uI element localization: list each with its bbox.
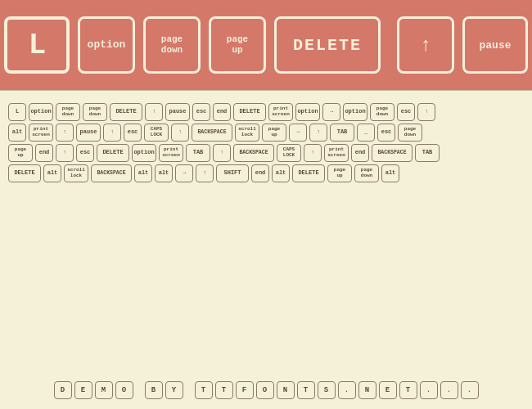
demo-char-O: O xyxy=(115,381,133,399)
key-row-1: L option pagedown pagedown DELETE ↑ paus… xyxy=(8,103,524,121)
key-small: TAB xyxy=(415,144,440,162)
demo-char-N2: N xyxy=(358,381,376,399)
demo-char-dot3: . xyxy=(440,381,458,399)
key-small: printscreen xyxy=(29,124,53,142)
key-small: option xyxy=(29,103,53,121)
key-small: DELETE xyxy=(110,103,142,121)
key-small: ↑ xyxy=(213,144,231,162)
key-small: esc xyxy=(377,124,395,142)
key-small: SHIFT xyxy=(216,164,249,182)
key-small: end xyxy=(251,164,269,182)
demo-char-E: E xyxy=(74,381,92,399)
demo-char-Y: Y xyxy=(165,381,183,399)
demo-char-T2: T xyxy=(215,381,233,399)
key-small: pageup xyxy=(262,124,286,142)
key-small: alt xyxy=(381,164,399,182)
key-pagedown-hero: pagedown xyxy=(143,16,201,74)
key-small: ↑ xyxy=(417,103,435,121)
key-small: BACKSPACE xyxy=(372,144,413,162)
key-small: esc xyxy=(76,144,94,162)
key-small: alt xyxy=(272,164,290,182)
demo-char-T3: T xyxy=(297,381,315,399)
key-small: CAPSLOCK xyxy=(277,144,301,162)
demo-char-T1: T xyxy=(195,381,213,399)
key-small: scrolllock xyxy=(64,164,88,182)
demo-bar: D E M O B Y T T F O N T S . N E T . . . xyxy=(0,381,532,399)
key-small: pause xyxy=(76,124,101,142)
demo-char-dot2: . xyxy=(420,381,438,399)
key-small: BACKSPACE xyxy=(91,164,132,182)
key-small: ↑ xyxy=(56,144,74,162)
key-small: end xyxy=(351,144,369,162)
key-delete-hero: DELETE xyxy=(274,16,381,74)
key-small: option xyxy=(343,103,367,121)
key-small: end xyxy=(35,144,53,162)
key-small: _ xyxy=(357,124,375,142)
key-small: ↑ xyxy=(171,124,189,142)
key-small: printscreen xyxy=(159,144,183,162)
key-small: alt xyxy=(155,164,173,182)
key-small: pagedown xyxy=(398,124,422,142)
key-small: pause xyxy=(165,103,190,121)
key-small: DELETE xyxy=(97,144,129,162)
key-small: alt xyxy=(134,164,152,182)
key-small: CAPSLOCK xyxy=(144,124,169,142)
demo-char-B: B xyxy=(145,381,163,399)
key-row-3: pageup end ↑ esc DELETE option printscre… xyxy=(8,144,524,162)
demo-char-N: N xyxy=(277,381,295,399)
key-small: → xyxy=(289,124,307,142)
key-small: DELETE xyxy=(233,103,266,121)
demo-char-M: M xyxy=(95,381,113,399)
key-small: → xyxy=(175,164,193,182)
demo-char-dot4: . xyxy=(461,381,479,399)
key-small: printscreen xyxy=(268,103,293,121)
key-small: esc xyxy=(124,124,142,142)
key-small: BACKSPACE xyxy=(233,144,274,162)
demo-char-E2: E xyxy=(379,381,397,399)
key-small: ↑ xyxy=(304,144,322,162)
demo-char-F: F xyxy=(236,381,254,399)
key-small: → xyxy=(322,103,340,121)
key-small: pagedown xyxy=(370,103,394,121)
key-small: scrolllock xyxy=(235,124,259,142)
key-small: option xyxy=(132,144,156,162)
key-small: ↑ xyxy=(196,164,214,182)
key-small: L xyxy=(8,103,26,121)
key-small: pagedown xyxy=(354,164,379,182)
demo-char-T4: T xyxy=(399,381,417,399)
demo-char-dot1: . xyxy=(338,381,356,399)
key-row-4: DELETE alt scrolllock BACKSPACE alt alt … xyxy=(8,164,524,182)
key-small: esc xyxy=(192,103,210,121)
key-small: DELETE xyxy=(292,164,325,182)
demo-char-O2: O xyxy=(256,381,274,399)
key-small: TAB xyxy=(186,144,210,162)
key-small: end xyxy=(213,103,231,121)
key-small: alt xyxy=(8,124,26,142)
key-small: esc xyxy=(397,103,415,121)
key-arrowup-hero: ↑ xyxy=(397,16,454,74)
key-small: printscreen xyxy=(324,144,349,162)
key-small: ↑ xyxy=(56,124,74,142)
key-small: pagedown xyxy=(83,103,107,121)
key-small: pageup xyxy=(8,144,33,162)
key-small: alt xyxy=(43,164,61,182)
key-small: pageup xyxy=(327,164,352,182)
key-small: BACKSPACE xyxy=(192,124,232,142)
key-small: ↑ xyxy=(309,124,327,142)
header-bar: L option pagedown pageup DELETE ↑ pause xyxy=(0,0,532,90)
demo-char-D: D xyxy=(54,381,72,399)
key-L-hero: L xyxy=(4,16,70,74)
key-small: pagedown xyxy=(56,103,80,121)
key-pageup-hero: pageup xyxy=(209,16,266,74)
keyboard-area: L option pagedown pagedown DELETE ↑ paus… xyxy=(0,91,532,191)
key-small: DELETE xyxy=(8,164,41,182)
key-pause-hero: pause xyxy=(462,16,528,74)
key-small: TAB xyxy=(330,124,354,142)
key-small: ↑ xyxy=(103,124,121,142)
key-row-2: alt printscreen ↑ pause ↑ esc CAPSLOCK ↑… xyxy=(8,124,524,142)
demo-char-S: S xyxy=(318,381,336,399)
key-small: option xyxy=(295,103,320,121)
key-option-hero: option xyxy=(78,16,135,74)
key-small: ↑ xyxy=(145,103,163,121)
